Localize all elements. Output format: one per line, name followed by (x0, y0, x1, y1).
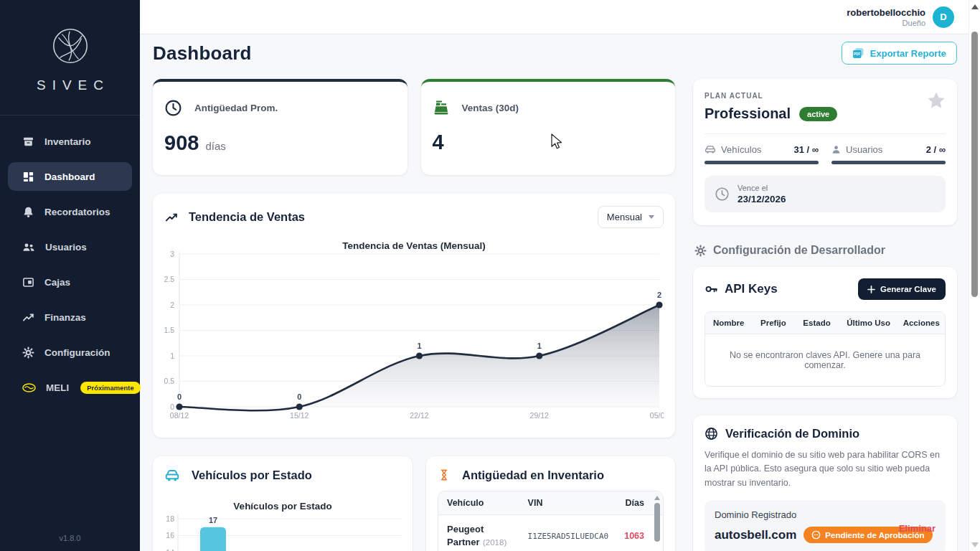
svg-text:2: 2 (657, 291, 661, 299)
plan-card: PLAN ACTUAL Professional active Vehículo… (693, 79, 957, 225)
car-icon (705, 145, 716, 154)
page-scrollbar[interactable] (969, 0, 980, 551)
app-version: v1.8.0 (0, 534, 140, 542)
svg-text:15/12: 15/12 (290, 411, 308, 420)
clock-icon (715, 187, 730, 202)
car-icon (164, 468, 180, 482)
svg-text:1: 1 (170, 352, 174, 360)
users-usage-label: Usuarios (846, 144, 921, 155)
svg-text:29/12: 29/12 (530, 411, 549, 420)
vehicle-year: (2018) (483, 538, 507, 547)
dashboard-grid-icon (22, 171, 34, 183)
svg-text:2: 2 (170, 301, 174, 309)
stat-label: Antigüedad Prom. (194, 103, 278, 113)
sidebar-item-usuarios[interactable]: Usuarios (8, 232, 132, 261)
col-nombre: Nombre (705, 312, 752, 334)
sivec-logo-icon (50, 26, 91, 67)
col-ultimo-uso: Último Uso (839, 312, 898, 334)
api-keys-table: Nombre Prefijo Estado Último Uso Accione… (705, 311, 946, 387)
inventory-table-header: Vehículo VIN Días (438, 491, 663, 515)
stat-unit: días (205, 140, 225, 152)
registered-domain-label: Dominio Registrado (715, 509, 936, 520)
sidebar: SIVEC Inventario Dashboard Recordatorios… (0, 0, 140, 551)
topbar: robertobellocchio Dueño D (140, 0, 969, 34)
vehicle-name: Peugeot Partner (447, 524, 484, 547)
cash-drawer-icon (22, 276, 34, 288)
api-keys-title: API Keys (725, 282, 778, 296)
vehicles-usage: Vehículos 31 / ∞ (705, 144, 819, 164)
stat-value: 4 (433, 131, 444, 154)
user-meta: robertobellocchio Dueño (847, 7, 925, 27)
plan-status-badge: active (799, 107, 837, 121)
page-header: Dashboard PDF Exportar Reporte (153, 42, 957, 65)
line-chart-title: Tendencia de Ventas (Mensual) (164, 240, 664, 251)
svg-text:1: 1 (417, 342, 421, 350)
vehicles-bar-chart: 1816141715 (164, 512, 401, 551)
trend-line-icon (22, 311, 34, 324)
bell-icon (22, 206, 34, 218)
sidebar-nav: Inventario Dashboard Recordatorios Usuar… (0, 116, 140, 402)
inventory-table: Vehículo VIN Días Peugeot Partner (2018)… (438, 491, 664, 551)
page-scrollbar-thumb (971, 32, 978, 297)
svg-text:1: 1 (537, 342, 542, 350)
range-selector-dropdown[interactable]: Mensual (598, 206, 664, 228)
user-role: Dueño (847, 19, 925, 27)
pdf-icon: PDF (852, 47, 864, 59)
username: robertobellocchio (847, 7, 925, 18)
stats-row: Antigüedad Prom. 908 días Ventas (30d) 4 (153, 79, 675, 175)
domain-name: autosbell.com (715, 528, 796, 542)
sidebar-item-label: Finanzas (44, 312, 86, 323)
export-report-button[interactable]: PDF Exportar Reporte (842, 42, 957, 65)
avatar[interactable]: D (933, 6, 954, 28)
plus-icon (867, 286, 875, 293)
cash-register-icon (433, 99, 450, 116)
api-keys-empty-message: No se encontraron claves API. Genere una… (705, 334, 945, 386)
hourglass-icon (438, 468, 451, 482)
vehicles-usage-label: Vehículos (721, 144, 788, 155)
table-scrollbar-thumb (654, 503, 660, 542)
pending-dots-icon (811, 530, 821, 540)
sidebar-item-dashboard[interactable]: Dashboard (8, 162, 132, 191)
key-icon (705, 283, 718, 296)
sidebar-item-configuracion[interactable]: Configuración (8, 338, 132, 367)
developer-section-title: Configuración de Desarrollador (713, 244, 885, 257)
vehicles-usage-bar (705, 161, 819, 164)
scroll-down-arrow-icon (971, 542, 979, 547)
range-selector-value: Mensual (607, 212, 642, 222)
stat-label: Ventas (30d) (462, 103, 519, 113)
sidebar-item-recordatorios[interactable]: Recordatorios (8, 197, 132, 226)
right-column: PLAN ACTUAL Professional active Vehículo… (693, 79, 957, 551)
main-content: Dashboard PDF Exportar Reporte Antigüeda… (140, 34, 969, 551)
sidebar-item-inventario[interactable]: Inventario (8, 127, 132, 156)
sidebar-item-label: MELI (46, 382, 69, 393)
inventory-age-card: Antigüedad en Inventario Vehículo VIN Dí… (426, 456, 675, 551)
domain-verification-title: Verificación de Dominio (725, 427, 859, 441)
svg-text:0: 0 (170, 402, 174, 411)
svg-text:1.5: 1.5 (164, 326, 174, 334)
svg-text:08/12: 08/12 (170, 411, 189, 420)
svg-text:14: 14 (166, 548, 174, 551)
table-scrollbar[interactable] (654, 494, 661, 551)
inventory-age-title: Antigüedad en Inventario (462, 468, 604, 482)
sidebar-item-cajas[interactable]: Cajas (8, 268, 132, 296)
svg-text:0: 0 (177, 392, 182, 401)
svg-text:0: 0 (297, 392, 301, 401)
domain-verification-card: Verificación de Dominio Verifique el dom… (693, 415, 957, 551)
users-icon (22, 241, 35, 253)
sidebar-item-finanzas[interactable]: Finanzas (8, 303, 132, 331)
vehicles-by-state-title: Vehículos por Estado (192, 468, 312, 482)
registered-domain-box: Dominio Registrado autosbell.com Pendien… (705, 500, 946, 551)
bar-chart-title: Vehículos por Estado (164, 501, 401, 512)
trend-line-icon (164, 211, 179, 224)
sidebar-item-meli[interactable]: MELI Próximamente (8, 373, 132, 402)
delete-domain-link[interactable]: Eliminar (899, 523, 936, 534)
col-prefijo: Prefijo (752, 312, 794, 334)
bottom-row: Vehículos por Estado Vehículos por Estad… (153, 456, 675, 551)
generate-key-button[interactable]: Generar Clave (858, 278, 946, 300)
vehicles-usage-value: 31 / ∞ (793, 144, 819, 155)
users-usage-value: 2 / ∞ (926, 144, 946, 155)
api-keys-card: API Keys Generar Clave Nombre Prefijo Es… (693, 267, 957, 398)
sidebar-item-label: Cajas (44, 277, 70, 288)
users-usage-bar (831, 161, 946, 164)
stat-card-ventas: Ventas (30d) 4 (421, 79, 676, 175)
